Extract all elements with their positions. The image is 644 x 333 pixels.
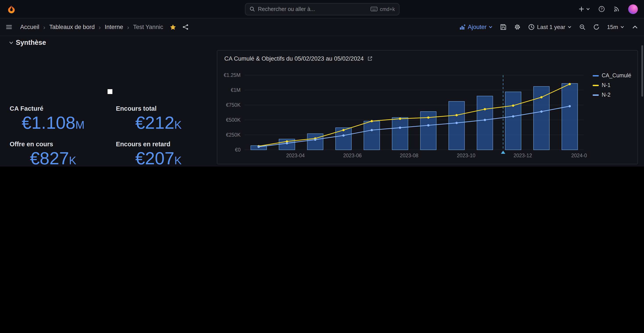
svg-text:?: ? [601,7,603,11]
legend-item[interactable]: CA_Cumulé [592,71,631,80]
chevron-up-icon [632,24,638,30]
svg-text:€500K: €500K [226,117,240,123]
dashboard-toolbar: Accueil › Tableaux de bord › Interne › T… [0,19,644,36]
svg-text:€1M: €1M [231,87,240,93]
stat-panel-offre-en-cours: Offre en cours €827K [0,140,106,167]
legend-label: N-2 [602,92,610,98]
favorite-button[interactable] [169,24,176,31]
stat-value: €207K [106,149,211,167]
breadcrumb-separator: › [43,24,45,31]
save-dashboard-button[interactable] [500,24,507,30]
toolbar-actions: Ajouter Last 1 year 15m [459,24,638,30]
legend-marker [592,94,598,96]
save-icon [500,24,507,30]
breadcrumb-separator: › [127,24,129,31]
svg-text:2023-12: 2023-12 [514,153,532,158]
shortcut-label: cmd+k [380,6,395,12]
question-circle-icon: ? [598,6,605,12]
help-button[interactable]: ? [598,6,605,12]
svg-text:€0: €0 [235,147,240,153]
star-icon [169,24,176,31]
hamburger-icon [6,24,12,30]
svg-text:€250K: €250K [226,132,240,138]
breadcrumb-separator: › [99,24,101,31]
keyboard-shortcut-hint: cmd+k [371,6,395,12]
svg-text:2023-06: 2023-06 [343,153,362,158]
breadcrumb-item-accueil[interactable]: Accueil [20,24,39,30]
add-panel-icon [459,24,466,30]
stat-value: €827K [0,149,106,167]
zoom-out-button[interactable] [579,24,586,30]
add-panel-label: Ajouter [468,24,486,30]
collapse-toolbar-button[interactable] [632,24,638,30]
svg-text:2023-08: 2023-08 [400,153,418,158]
avatar [628,4,638,14]
stat-label: Encours total [106,105,211,113]
stat-value: €1.108M [0,113,106,135]
panel-drag-artifact [108,89,112,94]
profile-avatar[interactable] [628,4,638,14]
section-chevron-icon [9,40,14,45]
legend-marker [592,85,598,86]
legend-label: CA_Cumulé [602,73,631,79]
top-navigation: cmd+k ? [0,0,644,19]
svg-text:2023-04: 2023-04 [286,153,305,158]
time-range-label: Last 1 year [537,24,566,30]
legend-label: N-1 [602,82,610,88]
svg-text:2023-10: 2023-10 [457,153,475,158]
grafana-logo[interactable] [6,3,18,15]
clock-icon [528,24,535,30]
gear-icon [514,24,521,30]
legend-marker [592,75,598,76]
refresh-button[interactable] [593,24,600,30]
topnav-actions: ? [578,4,638,14]
share-icon [182,24,188,30]
panel-header[interactable]: CA Cumulé & Objectifs du 05/02/2023 au 0… [217,51,638,66]
chart-legend: CA_CumuléN-1N-2 [592,71,631,100]
legend-item[interactable]: N-2 [592,90,631,100]
search-input[interactable] [258,6,368,12]
panel-title: CA Cumulé & Objectifs du 05/02/2023 au 0… [224,55,364,62]
stat-panels-grid: CA Facturé €1.108M Encours total €212K O… [0,105,211,167]
search-icon [249,6,255,12]
stat-label: Offre en cours [0,140,106,149]
caret-down-icon [489,25,493,29]
svg-text:€750K: €750K [226,102,240,108]
section-row-synthese[interactable]: Synthèse [9,39,46,47]
keyboard-icon [371,7,378,12]
caret-down-icon [568,25,571,29]
stat-panel-ca-facture: CA Facturé €1.108M [0,105,106,140]
news-button[interactable] [613,6,620,12]
caret-down-icon [586,7,590,11]
panel-ca-cumule-objectifs: CA Cumulé & Objectifs du 05/02/2023 au 0… [217,50,638,164]
plus-icon [578,6,585,12]
time-series-chart[interactable]: €0€250K€500K€750K€1M€1.25M2023-042023-06… [217,66,638,164]
refresh-interval-picker[interactable]: 15m [607,24,624,30]
svg-text:2024-0: 2024-0 [571,153,587,158]
breadcrumb-item-current: Test Yannic [133,24,163,30]
breadcrumb-item-tableaux[interactable]: Tableaux de bord [49,24,94,30]
stat-panel-encours-en-retard: Encours en retard €207K [106,140,211,167]
breadcrumb: Accueil › Tableaux de bord › Interne › T… [20,24,163,31]
zoom-out-icon [579,24,586,30]
dashboard-settings-button[interactable] [514,24,521,30]
add-panel-button[interactable]: Ajouter [459,24,493,30]
menu-button[interactable] [6,24,12,30]
legend-item[interactable]: N-1 [592,80,631,90]
vertical-scrollbar-thumb[interactable] [641,45,643,97]
stat-label: CA Facturé [0,105,106,113]
stat-value: €212K [106,113,211,135]
search-bar[interactable]: cmd+k [245,3,399,15]
grafana-flame-icon [6,4,17,14]
breadcrumb-item-interne[interactable]: Interne [105,24,123,30]
new-button[interactable] [578,6,590,12]
section-title: Synthèse [16,39,46,47]
share-button[interactable] [182,24,188,30]
external-link-icon[interactable] [367,56,373,61]
rss-icon [613,6,620,12]
refresh-icon [593,24,600,30]
dashboard-canvas: Synthèse CA Facturé €1.108M Encours tota… [0,36,644,167]
stat-label: Encours en retard [106,140,211,149]
stat-panel-encours-total: Encours total €212K [106,105,211,140]
time-range-picker[interactable]: Last 1 year [528,24,572,30]
